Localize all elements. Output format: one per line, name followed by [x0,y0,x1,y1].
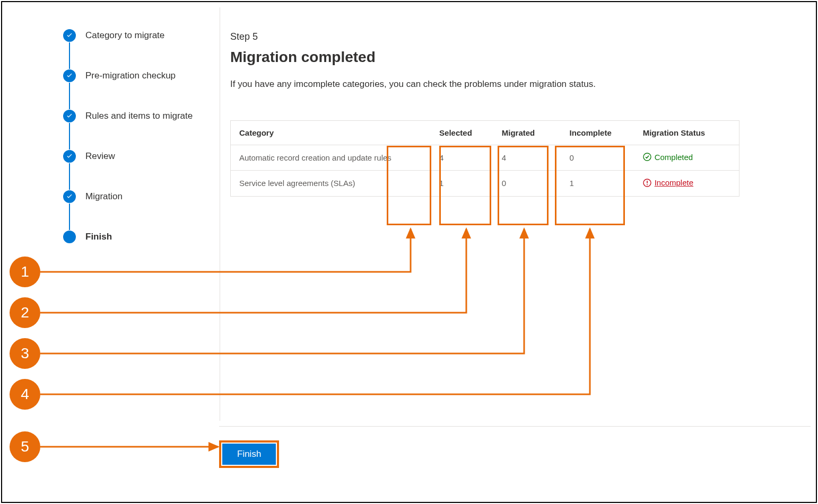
svg-point-3 [647,184,648,185]
status-badge: Completed [643,153,693,162]
step-label: Category to migrate [85,30,164,41]
check-icon [63,29,76,42]
step-connector [69,123,70,149]
col-header-migrated: Migrated [497,120,564,145]
step-rules-and-items: Rules and items to migrate [63,109,212,123]
cell-migrated: 0 [497,171,564,197]
status-badge[interactable]: Incomplete [643,178,693,187]
check-icon [63,190,76,203]
col-header-status: Migration Status [638,120,739,145]
check-icon [63,150,76,163]
step-review: Review [63,149,212,163]
cell-incomplete: 1 [564,171,638,197]
callout-1: 1 [10,257,40,287]
table-header-row: Category Selected Migrated Incomplete Mi… [231,120,739,145]
cell-status: Completed [638,145,739,171]
check-icon [63,110,76,122]
cell-incomplete: 0 [564,145,638,171]
cell-selected: 4 [434,145,497,171]
panel-divider [220,7,220,421]
col-header-selected: Selected [434,120,497,145]
cell-category: Automatic record creation and update rul… [231,145,434,171]
check-circle-icon [643,153,651,161]
step-number-label: Step 5 [230,31,800,42]
highlight-finish-button: Finish [219,440,279,468]
step-finish: Finish [63,230,212,244]
col-header-category: Category [231,120,434,145]
step-label: Rules and items to migrate [85,111,193,121]
step-label: Finish [85,232,112,242]
step-migration: Migration [63,190,212,204]
step-label: Migration [85,191,123,202]
window-frame: Category to migrate Pre-migration checku… [1,1,817,503]
error-circle-icon [643,179,651,187]
step-label: Review [85,151,115,162]
step-category-to-migrate: Category to migrate [63,29,212,42]
check-icon [63,69,76,82]
migration-results-table: Category Selected Migrated Incomplete Mi… [230,120,739,197]
cell-selected: 1 [434,171,497,197]
step-connector [69,204,70,230]
callout-2: 2 [10,297,40,328]
status-text: Completed [655,153,693,162]
callout-4: 4 [10,379,40,410]
cell-status[interactable]: Incomplete [638,171,739,197]
footer-bar: Finish [219,426,811,440]
step-label: Pre-migration checkup [85,70,176,81]
table-row: Automatic record creation and update rul… [231,145,739,171]
page-description: If you have any imcomplete categories, y… [230,77,644,91]
step-connector [69,163,70,190]
current-step-icon [63,231,76,243]
step-pre-migration-checkup: Pre-migration checkup [63,69,212,83]
finish-button[interactable]: Finish [222,444,276,465]
callout-5: 5 [10,431,40,462]
status-link-incomplete[interactable]: Incomplete [655,178,693,187]
cell-migrated: 4 [497,145,564,171]
cell-category: Service level agreements (SLAs) [231,171,434,197]
step-connector [69,83,70,109]
callout-3: 3 [10,338,40,369]
main-panel: Step 5 Migration completed If you have a… [230,31,800,197]
wizard-stepper: Category to migrate Pre-migration checku… [63,29,212,244]
page-title: Migration completed [230,49,800,66]
col-header-incomplete: Incomplete [564,120,638,145]
step-connector [69,42,70,69]
table-row: Service level agreements (SLAs) 1 0 1 In… [231,171,739,197]
